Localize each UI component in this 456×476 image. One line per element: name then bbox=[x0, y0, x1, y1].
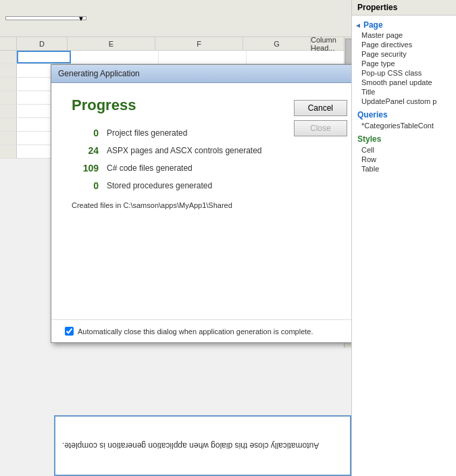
auto-close-checkbox-area: Automatically close this dialog when app… bbox=[65, 327, 313, 336]
column-headers: D E F G Column Head... bbox=[0, 37, 351, 51]
auto-close-label: Automatically close this dialog when app… bbox=[78, 327, 313, 336]
col-header-e: E bbox=[68, 37, 155, 50]
prop-section-page-header[interactable]: ◄ Page bbox=[352, 20, 456, 30]
progress-label-1: ASPX pages and ASCX controls generated bbox=[107, 146, 261, 155]
prop-section-styles: Styles Cell Row Table bbox=[352, 132, 456, 175]
prop-section-page: ◄ Page Master page Page directives Page … bbox=[352, 18, 456, 107]
progress-num-3: 0 bbox=[72, 180, 99, 191]
auto-close-checkbox[interactable] bbox=[65, 327, 74, 336]
prop-item-page-directives[interactable]: Page directives bbox=[352, 40, 456, 49]
prop-section-page-title: Page bbox=[363, 20, 383, 30]
progress-row-1: 24 ASPX pages and ASCX controls generate… bbox=[72, 145, 340, 156]
dropdown-arrow-icon: ▼ bbox=[78, 15, 84, 22]
prop-item-categories[interactable]: *CategoriesTableCont bbox=[352, 121, 456, 130]
cancel-button[interactable]: Cancel bbox=[294, 100, 347, 116]
progress-row-2: 109 C# code files generated bbox=[72, 163, 340, 174]
prop-item-title[interactable]: Title bbox=[352, 87, 456, 97]
prop-section-queries-header[interactable]: Queries bbox=[352, 109, 456, 121]
prop-item-cell[interactable]: Cell bbox=[352, 145, 456, 155]
progress-label-0: Project files generated bbox=[107, 128, 187, 138]
progress-rows: 0 Project files generated 24 ASPX pages … bbox=[72, 128, 340, 191]
toolbar-dropdown[interactable]: ▼ bbox=[5, 16, 86, 20]
dialog-buttons: Cancel Close bbox=[294, 100, 347, 136]
prop-section-styles-header[interactable]: Styles bbox=[352, 133, 456, 145]
prop-item-row[interactable]: Row bbox=[352, 155, 456, 164]
row-header-spacer bbox=[0, 37, 17, 50]
col-header-d: D bbox=[17, 37, 68, 50]
prop-item-page-security[interactable]: Page security bbox=[352, 49, 456, 59]
progress-path: Created files in C:\samson\apps\MyApp1\S… bbox=[72, 201, 340, 209]
toolbar: ▼ bbox=[0, 0, 351, 37]
properties-tree: ◄ Page Master page Page directives Page … bbox=[352, 16, 456, 178]
prop-section-queries: Queries *CategoriesTableCont bbox=[352, 107, 456, 132]
prop-item-page-type[interactable]: Page type bbox=[352, 59, 456, 68]
prop-item-popup-css[interactable]: Pop-up CSS class bbox=[352, 68, 456, 78]
col-header-f: F bbox=[155, 37, 243, 50]
dialog-titlebar: Generating Application bbox=[51, 65, 361, 83]
progress-num-0: 0 bbox=[72, 128, 99, 138]
dialog-body: Progress 0 Project files generated 24 AS… bbox=[51, 83, 361, 319]
cell-selected[interactable] bbox=[17, 51, 71, 63]
prop-item-master-page[interactable]: Master page bbox=[352, 30, 456, 40]
dialog-title: Generating Application bbox=[58, 69, 140, 78]
progress-label-3: Stored procedures generated bbox=[107, 181, 212, 190]
properties-header: Properties bbox=[352, 0, 456, 16]
triangle-icon: ◄ bbox=[355, 22, 361, 29]
bottom-panel: Automatically close this dialog when app… bbox=[54, 415, 351, 476]
bottom-panel-text: Automatically close this dialog when app… bbox=[62, 441, 319, 450]
prop-item-updatepanel[interactable]: UpdatePanel custom p bbox=[352, 97, 456, 106]
prop-item-table[interactable]: Table bbox=[352, 164, 456, 174]
dialog-footer: Automatically close this dialog when app… bbox=[51, 319, 361, 342]
progress-num-1: 24 bbox=[72, 145, 99, 156]
prop-queries-title: Queries bbox=[355, 109, 390, 120]
prop-item-smooth-panel[interactable]: Smooth panel update bbox=[352, 78, 456, 87]
scrollbar-thumb[interactable] bbox=[345, 38, 352, 65]
properties-panel: Properties ◄ Page Master page Page direc… bbox=[351, 0, 456, 476]
progress-dialog: Generating Application Progress 0 Projec… bbox=[51, 64, 361, 343]
prop-styles-title: Styles bbox=[355, 134, 384, 144]
close-button[interactable]: Close bbox=[294, 120, 347, 136]
progress-row-3: 0 Stored procedures generated bbox=[72, 180, 340, 191]
progress-num-2: 109 bbox=[72, 163, 99, 174]
progress-label-2: C# code files generated bbox=[107, 163, 193, 173]
col-header-g: G bbox=[243, 37, 311, 50]
grid-row-1 bbox=[0, 51, 351, 64]
